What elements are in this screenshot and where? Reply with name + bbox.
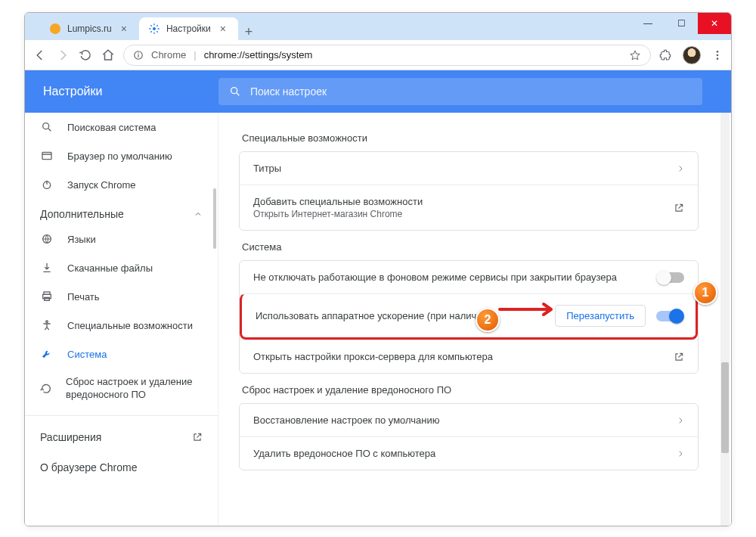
minimize-button[interactable]: — <box>631 13 665 34</box>
sidebar-advanced-toggle[interactable]: Дополнительные <box>25 199 218 225</box>
reload-icon[interactable] <box>78 48 93 63</box>
close-window-button[interactable]: ✕ <box>698 13 731 34</box>
sidebar-item-label: Сброс настроек и удаление вредоносного П… <box>66 376 203 402</box>
settings-main: Специальные возможности Титры Добавить с… <box>218 113 731 526</box>
profile-avatar[interactable] <box>683 46 701 64</box>
menu-icon[interactable] <box>711 49 723 61</box>
sidebar-item-label: Браузер по умолчанию <box>67 151 172 162</box>
search-icon <box>229 85 241 98</box>
chevron-up-icon <box>194 210 203 219</box>
reset-card: Восстановление настроек по умолчанию Уда… <box>239 403 699 470</box>
sidebar-item-label: Система <box>67 349 107 360</box>
settings-search[interactable] <box>218 78 702 105</box>
search-input[interactable] <box>250 85 692 98</box>
sidebar-item-accessibility[interactable]: Специальные возможности <box>25 311 218 340</box>
reset-icon <box>40 382 52 396</box>
sidebar-item-printing[interactable]: Печать <box>25 282 218 311</box>
settings-header: Настройки <box>25 70 731 113</box>
close-icon[interactable]: × <box>118 23 130 35</box>
svg-point-8 <box>231 88 237 94</box>
chevron-right-icon <box>677 165 684 172</box>
favicon-settings <box>148 23 160 35</box>
omnibox-chrome-label: Chrome <box>151 49 186 61</box>
globe-icon <box>40 232 54 246</box>
svg-rect-15 <box>45 297 50 300</box>
wrench-icon <box>40 347 54 361</box>
main-scrollbar-track[interactable] <box>720 113 730 526</box>
svg-point-16 <box>46 321 48 323</box>
tab-lumpics[interactable]: Lumpics.ru × <box>40 17 139 40</box>
accessibility-card: Титры Добавить специальные возможности О… <box>239 151 699 231</box>
address-bar[interactable]: Chrome | chrome://settings/system <box>123 45 651 66</box>
new-tab-button[interactable]: + <box>238 24 259 40</box>
sidebar-scrollbar[interactable] <box>213 188 216 249</box>
row-label: Восстановление настроек по умолчанию <box>253 414 440 426</box>
nav-toolbar: Chrome | chrome://settings/system <box>25 40 731 70</box>
divider <box>25 415 218 416</box>
sidebar-item-label: Скачанные файлы <box>67 262 153 274</box>
forward-icon[interactable] <box>55 48 70 63</box>
svg-rect-10 <box>42 152 51 159</box>
sidebar-item-label: О браузере Chrome <box>40 461 138 473</box>
external-link-icon <box>674 203 684 213</box>
sidebar-item-default-browser[interactable]: Браузер по умолчанию <box>25 141 218 170</box>
sidebar-item-languages[interactable]: Языки <box>25 225 218 253</box>
sidebar-item-about[interactable]: О браузере Chrome <box>25 452 218 483</box>
favicon-lumpics <box>49 23 61 35</box>
main-scrollbar-thumb[interactable] <box>721 362 729 453</box>
tab-settings[interactable]: Настройки × <box>139 17 238 40</box>
home-icon[interactable] <box>101 48 116 63</box>
accessibility-icon <box>40 318 54 332</box>
row-label: Не отключать работающие в фоновом режиме… <box>253 272 617 283</box>
titlebar: Lumpics.ru × Настройки × + — ☐ ✕ <box>25 13 731 40</box>
page-content: Настройки Поисковая система Браузер по у… <box>25 70 731 526</box>
svg-rect-3 <box>138 54 138 57</box>
back-icon[interactable] <box>33 48 48 63</box>
group-accessibility-title: Специальные возможности <box>239 122 699 151</box>
page-title: Настройки <box>43 85 218 98</box>
tab-strip: Lumpics.ru × Настройки × + <box>25 13 259 40</box>
power-icon <box>40 178 54 191</box>
row-cleanup[interactable]: Удалить вредоносное ПО с компьютера <box>240 436 698 470</box>
sidebar-item-label: Запуск Chrome <box>67 179 136 191</box>
toggle-hardware-acceleration[interactable] <box>656 311 682 321</box>
window-controls: — ☐ ✕ <box>631 13 731 34</box>
sidebar-item-reset[interactable]: Сброс настроек и удаление вредоносного П… <box>25 368 218 409</box>
row-label: Открыть настройки прокси-сервера для ком… <box>253 351 493 362</box>
row-label: Удалить вредоносное ПО с компьютера <box>253 448 435 459</box>
row-captions[interactable]: Титры <box>240 152 698 185</box>
svg-point-7 <box>717 57 719 60</box>
row-restore-defaults[interactable]: Восстановление настроек по умолчанию <box>240 404 698 436</box>
sidebar-item-downloads[interactable]: Скачанные файлы <box>25 253 218 282</box>
chevron-right-icon <box>677 417 684 424</box>
sidebar-item-system[interactable]: Система <box>25 340 218 368</box>
bookmark-star-icon[interactable] <box>629 49 641 61</box>
sidebar-item-label: Расширения <box>40 431 101 443</box>
external-link-icon <box>674 352 684 362</box>
annotation-badge-2: 2 <box>476 308 500 332</box>
row-proxy[interactable]: Открыть настройки прокси-сервера для ком… <box>240 340 698 373</box>
print-icon <box>40 290 54 303</box>
toggle-background-apps[interactable] <box>658 272 684 283</box>
row-add-accessibility[interactable]: Добавить специальные возможности Открыть… <box>240 185 698 230</box>
close-icon[interactable]: × <box>217 23 229 35</box>
restart-button[interactable]: Перезапустить <box>555 305 646 327</box>
svg-point-1 <box>153 27 156 30</box>
maximize-button[interactable]: ☐ <box>665 13 698 34</box>
site-info-icon[interactable] <box>133 50 144 61</box>
browser-icon <box>40 149 54 163</box>
extensions-icon[interactable] <box>658 48 672 62</box>
download-icon <box>40 261 54 275</box>
browser-window: Lumpics.ru × Настройки × + — ☐ ✕ Chrome … <box>24 12 732 526</box>
tab-title: Настройки <box>166 23 211 34</box>
sidebar-item-on-startup[interactable]: Запуск Chrome <box>25 170 218 199</box>
row-label: Использовать аппаратное ускорение (при н… <box>256 310 491 321</box>
row-label: Добавить специальные возможности <box>253 196 423 207</box>
sidebar-item-label: Специальные возможности <box>67 320 193 331</box>
search-icon <box>40 120 54 134</box>
tab-title: Lumpics.ru <box>67 23 112 34</box>
sidebar-item-extensions[interactable]: Расширения <box>25 422 218 452</box>
chevron-right-icon <box>677 450 684 458</box>
sidebar-item-search-engine[interactable]: Поисковая система <box>25 113 218 141</box>
settings-sidebar: Поисковая система Браузер по умолчанию З… <box>25 113 218 526</box>
